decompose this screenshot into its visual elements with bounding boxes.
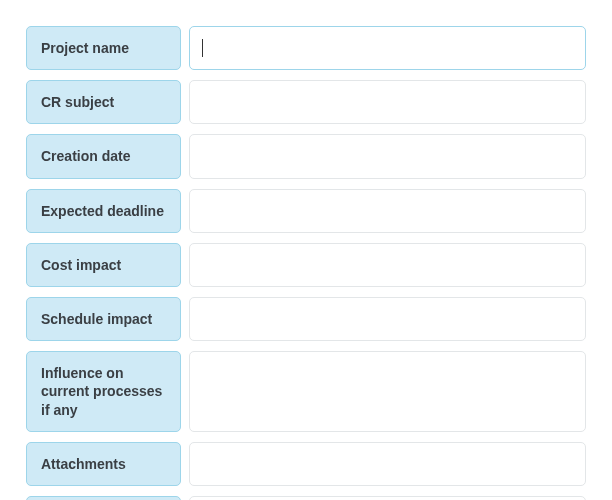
input-project-name[interactable]: [189, 26, 586, 70]
input-schedule-impact[interactable]: [189, 297, 586, 341]
row-influence: Influence on current processes if any: [26, 351, 586, 432]
row-attachments: Attachments: [26, 442, 586, 486]
label-text: Creation date: [41, 147, 130, 165]
label-expected-deadline: Expected deadline: [26, 189, 181, 233]
row-expected-deadline: Expected deadline: [26, 189, 586, 233]
input-cr-subject[interactable]: [189, 80, 586, 124]
label-creation-date: Creation date: [26, 134, 181, 178]
change-request-form: Project name CR subject Creation date Ex…: [26, 26, 586, 500]
label-text: Influence on current processes if any: [41, 364, 166, 419]
row-schedule-impact: Schedule impact: [26, 297, 586, 341]
input-attachments[interactable]: [189, 442, 586, 486]
row-creation-date: Creation date: [26, 134, 586, 178]
label-description: Description: [26, 496, 181, 500]
label-project-name: Project name: [26, 26, 181, 70]
label-text: Cost impact: [41, 256, 121, 274]
input-creation-date[interactable]: [189, 134, 586, 178]
label-cr-subject: CR subject: [26, 80, 181, 124]
label-cost-impact: Cost impact: [26, 243, 181, 287]
row-description: Description: [26, 496, 586, 500]
label-text: Expected deadline: [41, 202, 164, 220]
input-cost-impact[interactable]: [189, 243, 586, 287]
input-expected-deadline[interactable]: [189, 189, 586, 233]
label-schedule-impact: Schedule impact: [26, 297, 181, 341]
label-text: Project name: [41, 39, 129, 57]
label-text: CR subject: [41, 93, 114, 111]
label-text: Schedule impact: [41, 310, 152, 328]
input-influence[interactable]: [189, 351, 586, 432]
text-cursor: [202, 39, 203, 57]
label-text: Attachments: [41, 455, 126, 473]
label-attachments: Attachments: [26, 442, 181, 486]
row-project-name: Project name: [26, 26, 586, 70]
row-cost-impact: Cost impact: [26, 243, 586, 287]
row-cr-subject: CR subject: [26, 80, 586, 124]
label-influence: Influence on current processes if any: [26, 351, 181, 432]
input-description[interactable]: [189, 496, 586, 500]
